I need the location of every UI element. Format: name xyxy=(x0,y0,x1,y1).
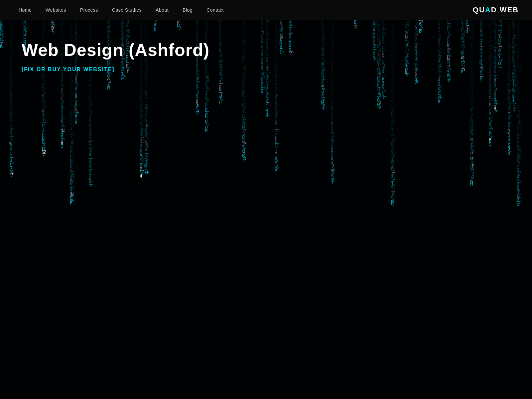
nav-link-contact[interactable]: Contact xyxy=(201,5,229,15)
nav-item-blog[interactable]: Blog xyxy=(177,7,198,13)
nav-link-home[interactable]: Home xyxy=(13,5,37,15)
nav-item-case-studies[interactable]: Case Studies xyxy=(107,7,147,13)
hero-title: Web Design (Ashford) xyxy=(22,40,510,60)
nav-item-process[interactable]: Process xyxy=(75,7,103,13)
hero-section: Web Design (Ashford) [FIX OR BUY YOUR WE… xyxy=(0,0,532,399)
nav-item-about[interactable]: About xyxy=(150,7,174,13)
hero-subtitle: [FIX OR BUY YOUR WEBSITE] xyxy=(22,66,510,72)
nav-link-case-studies[interactable]: Case Studies xyxy=(107,5,147,15)
site-logo[interactable]: QUAD WEB xyxy=(473,6,519,14)
nav-link-websites[interactable]: Websites xyxy=(40,5,71,15)
nav-link-process[interactable]: Process xyxy=(75,5,103,15)
nav-item-home[interactable]: Home xyxy=(13,7,37,13)
nav-item-contact[interactable]: Contact xyxy=(201,7,229,13)
nav-link-blog[interactable]: Blog xyxy=(177,5,198,15)
hero-content: Web Design (Ashford) [FIX OR BUY YOUR WE… xyxy=(0,20,532,92)
nav-item-websites[interactable]: Websites xyxy=(40,7,71,13)
nav-links: Home Websites Process Case Studies About… xyxy=(13,7,229,13)
nav-link-about[interactable]: About xyxy=(150,5,174,15)
main-nav: Home Websites Process Case Studies About… xyxy=(0,0,532,20)
